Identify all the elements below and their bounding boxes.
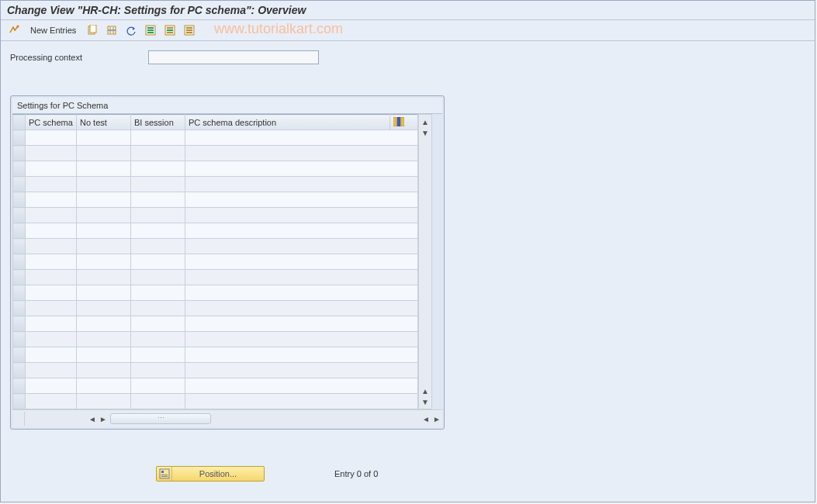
cell-pc-schema[interactable] [26, 192, 77, 208]
cell-pc-schema[interactable] [26, 378, 77, 394]
cell-pc-schema[interactable] [26, 347, 77, 363]
col-bi-session[interactable]: BI session [131, 115, 185, 130]
cell-description[interactable] [185, 378, 418, 394]
copy-icon[interactable] [84, 22, 101, 38]
cell-pc-schema[interactable] [26, 270, 77, 285]
vertical-scrollbar[interactable]: ▲ ▼ ▲ ▼ [418, 114, 432, 409]
cell-no-test[interactable] [77, 363, 131, 378]
cell-bi-session[interactable] [131, 130, 185, 146]
cell-bi-session[interactable] [131, 285, 185, 301]
hscroll-thumb[interactable]: ⋯ [111, 414, 210, 423]
scroll-down-icon[interactable]: ▼ [420, 396, 431, 407]
table-row[interactable] [13, 223, 418, 239]
row-selector[interactable] [13, 146, 26, 161]
cell-bi-session[interactable] [131, 316, 185, 332]
row-selector[interactable] [13, 161, 26, 177]
table-row[interactable] [13, 316, 418, 332]
cell-no-test[interactable] [77, 239, 131, 254]
scroll-right-icon[interactable]: ► [431, 413, 442, 424]
cell-description[interactable] [185, 146, 418, 161]
position-button[interactable]: Position... [156, 466, 265, 482]
cell-no-test[interactable] [77, 254, 131, 270]
cell-pc-schema[interactable] [26, 208, 77, 223]
row-selector[interactable] [13, 239, 26, 254]
table-row[interactable] [13, 254, 418, 270]
hscroll-track[interactable]: ⋯ [110, 413, 211, 424]
col-pc-schema[interactable]: PC schema [26, 115, 77, 130]
horizontal-scrollbar[interactable]: ◄ ► ⋯ ◄ ► [12, 409, 442, 427]
row-selector[interactable] [13, 285, 26, 301]
deselect-all-icon[interactable] [181, 22, 198, 38]
cell-no-test[interactable] [77, 130, 131, 146]
cell-pc-schema[interactable] [26, 161, 77, 177]
cell-description[interactable] [185, 223, 418, 239]
cell-bi-session[interactable] [131, 254, 185, 270]
cell-pc-schema[interactable] [26, 146, 77, 161]
cell-pc-schema[interactable] [26, 394, 77, 409]
row-selector[interactable] [13, 270, 26, 285]
row-selector[interactable] [13, 316, 26, 332]
col-config[interactable] [390, 115, 418, 130]
row-selector[interactable] [13, 177, 26, 192]
cell-description[interactable] [185, 177, 418, 192]
cell-pc-schema[interactable] [26, 177, 77, 192]
row-selector[interactable] [13, 301, 26, 316]
cell-description[interactable] [185, 394, 418, 409]
delete-icon[interactable] [103, 22, 120, 38]
cell-description[interactable] [185, 332, 418, 347]
cell-bi-session[interactable] [131, 208, 185, 223]
row-selector[interactable] [13, 363, 26, 378]
cell-pc-schema[interactable] [26, 130, 77, 146]
table-row[interactable] [13, 285, 418, 301]
cell-bi-session[interactable] [131, 363, 185, 378]
cell-pc-schema[interactable] [26, 223, 77, 239]
cell-description[interactable] [185, 208, 418, 223]
row-selector[interactable] [13, 254, 26, 270]
cell-pc-schema[interactable] [26, 363, 77, 378]
table-row[interactable] [13, 301, 418, 316]
row-selector[interactable] [13, 192, 26, 208]
processing-context-input[interactable] [148, 50, 319, 64]
cell-pc-schema[interactable] [26, 285, 77, 301]
cell-no-test[interactable] [77, 223, 131, 239]
cell-description[interactable] [185, 347, 418, 363]
cell-no-test[interactable] [77, 177, 131, 192]
row-selector[interactable] [13, 378, 26, 394]
col-description[interactable]: PC schema description [185, 115, 390, 130]
cell-pc-schema[interactable] [26, 254, 77, 270]
scroll-left-step-icon[interactable]: ◄ [421, 413, 431, 424]
cell-bi-session[interactable] [131, 347, 185, 363]
cell-description[interactable] [185, 363, 418, 378]
cell-no-test[interactable] [77, 208, 131, 223]
toggle-icon[interactable] [5, 22, 23, 38]
cell-no-test[interactable] [77, 332, 131, 347]
cell-description[interactable] [185, 192, 418, 208]
table-row[interactable] [13, 270, 418, 285]
scroll-up-icon[interactable]: ▲ [420, 116, 431, 127]
cell-bi-session[interactable] [131, 270, 185, 285]
table-row[interactable] [13, 347, 418, 363]
cell-bi-session[interactable] [131, 146, 185, 161]
cell-bi-session[interactable] [131, 378, 185, 394]
cell-description[interactable] [185, 161, 418, 177]
new-entries-button[interactable]: New Entries [25, 23, 81, 37]
cell-bi-session[interactable] [131, 332, 185, 347]
table-row[interactable] [13, 378, 418, 394]
col-no-test[interactable]: No test [77, 115, 131, 130]
cell-bi-session[interactable] [131, 394, 185, 409]
scroll-down-step-icon[interactable]: ▼ [420, 127, 431, 138]
row-selector[interactable] [13, 394, 26, 409]
settings-table[interactable]: PC schema No test BI session PC schema d… [12, 114, 418, 409]
table-row[interactable] [13, 239, 418, 254]
cell-pc-schema[interactable] [26, 332, 77, 347]
scroll-right-step-icon[interactable]: ► [98, 413, 109, 424]
cell-bi-session[interactable] [131, 239, 185, 254]
cell-no-test[interactable] [77, 378, 131, 394]
row-selector[interactable] [13, 332, 26, 347]
undo-icon[interactable] [123, 22, 140, 38]
cell-description[interactable] [185, 301, 418, 316]
cell-no-test[interactable] [77, 316, 131, 332]
cell-description[interactable] [185, 254, 418, 270]
cell-bi-session[interactable] [131, 301, 185, 316]
row-selector[interactable] [13, 130, 26, 146]
